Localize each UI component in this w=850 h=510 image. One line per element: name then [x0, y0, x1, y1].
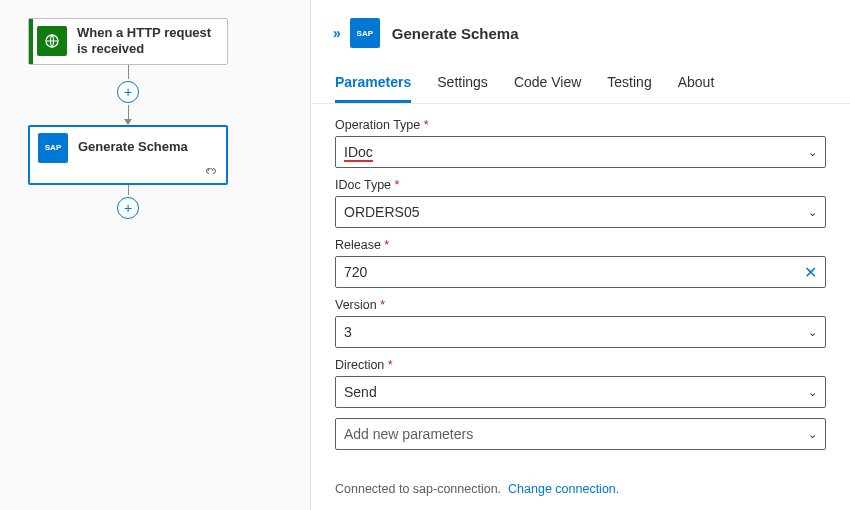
field-version: Version * 3 ⌄ [335, 298, 826, 348]
field-idoc-type: IDoc Type * ORDERS05 ⌄ [335, 178, 826, 228]
trigger-node-label: When a HTTP request is received [77, 25, 219, 58]
tab-code-view[interactable]: Code View [514, 68, 581, 103]
operation-type-select[interactable]: IDoc ⌄ [335, 136, 826, 168]
http-trigger-icon [37, 26, 67, 56]
action-node-generate-schema[interactable]: SAP Generate Schema [28, 125, 228, 185]
clear-input-icon[interactable]: ✕ [804, 263, 817, 282]
trigger-accent-bar [29, 19, 33, 64]
panel-tabs: Parameters Settings Code View Testing Ab… [311, 58, 850, 104]
field-operation-type: Operation Type * IDoc ⌄ [335, 118, 826, 168]
field-release: Release * 720 ✕ [335, 238, 826, 288]
connection-footer: Connected to sap-connection. Change conn… [311, 474, 850, 510]
release-label: Release * [335, 238, 826, 252]
connection-link-icon [204, 165, 218, 179]
designer-canvas: When a HTTP request is received + SAP Ge… [0, 0, 310, 510]
version-label: Version * [335, 298, 826, 312]
field-direction: Direction * Send ⌄ [335, 358, 826, 408]
chevron-down-icon: ⌄ [808, 428, 817, 441]
chevron-down-icon: ⌄ [808, 146, 817, 159]
tab-settings[interactable]: Settings [437, 68, 488, 103]
action-details-panel: » SAP Generate Schema Parameters Setting… [310, 0, 850, 510]
add-step-after-button[interactable]: + [117, 197, 139, 219]
chevron-down-icon: ⌄ [808, 326, 817, 339]
tab-parameters[interactable]: Parameters [335, 68, 411, 103]
operation-type-label: Operation Type * [335, 118, 826, 132]
change-connection-link[interactable]: Change connection. [508, 482, 619, 496]
chevron-down-icon: ⌄ [808, 206, 817, 219]
release-input[interactable]: 720 ✕ [335, 256, 826, 288]
add-new-parameters-select[interactable]: Add new parameters ⌄ [335, 418, 826, 450]
sap-icon: SAP [350, 18, 380, 48]
panel-title: Generate Schema [392, 25, 519, 42]
panel-header: » SAP Generate Schema [311, 0, 850, 58]
tab-about[interactable]: About [678, 68, 715, 103]
chevron-down-icon: ⌄ [808, 386, 817, 399]
field-add-new-parameters: Add new parameters ⌄ [335, 418, 826, 450]
tab-testing[interactable]: Testing [607, 68, 651, 103]
connection-name: sap-connection. [413, 482, 501, 496]
trigger-node-http-request[interactable]: When a HTTP request is received [28, 18, 228, 65]
direction-label: Direction * [335, 358, 826, 372]
idoc-type-label: IDoc Type * [335, 178, 826, 192]
edge-trigger-to-action: + [28, 65, 228, 125]
parameters-form: Operation Type * IDoc ⌄ IDoc Type * ORDE… [311, 104, 850, 474]
collapse-panel-button[interactable]: » [333, 25, 338, 41]
edge-after-action: + [28, 185, 228, 221]
idoc-type-select[interactable]: ORDERS05 ⌄ [335, 196, 826, 228]
sap-icon: SAP [38, 133, 68, 163]
direction-select[interactable]: Send ⌄ [335, 376, 826, 408]
version-select[interactable]: 3 ⌄ [335, 316, 826, 348]
action-node-label: Generate Schema [78, 139, 188, 155]
add-step-between-button[interactable]: + [117, 81, 139, 103]
